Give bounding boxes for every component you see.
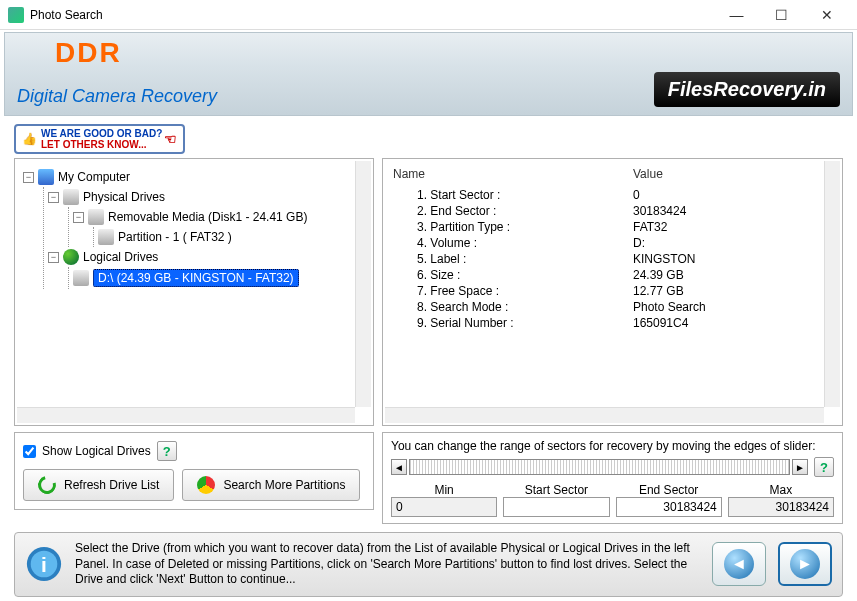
vertical-scrollbar[interactable] <box>824 161 840 407</box>
info-icon: i <box>25 545 63 583</box>
app-header: DDR Digital Camera Recovery FilesRecover… <box>4 32 853 116</box>
show-logical-checkbox[interactable] <box>23 445 36 458</box>
max-input <box>728 497 834 517</box>
prop-name: 3. Partition Type : <box>417 220 633 234</box>
footer-text: Select the Drive (from which you want to… <box>75 541 700 588</box>
drive-icon <box>88 209 104 225</box>
prop-value: 12.77 GB <box>633 284 684 298</box>
refresh-button[interactable]: Refresh Drive List <box>23 469 174 501</box>
drive-icon <box>73 270 89 286</box>
thumb-up-icon: 👍 <box>22 132 37 146</box>
show-logical-label: Show Logical Drives <box>42 444 151 458</box>
start-label: Start Sector <box>503 483 609 497</box>
svg-text:i: i <box>41 553 47 576</box>
refresh-label: Refresh Drive List <box>64 478 159 492</box>
pie-icon <box>197 476 215 494</box>
start-sector-input[interactable] <box>503 497 609 517</box>
collapse-icon[interactable]: − <box>48 192 59 203</box>
prop-value: 165091C4 <box>633 316 688 330</box>
minimize-button[interactable]: ― <box>714 0 759 30</box>
refresh-icon <box>35 473 60 498</box>
tree-label: Removable Media (Disk1 - 24.41 GB) <box>108 210 307 224</box>
prop-name: 4. Volume : <box>417 236 633 250</box>
search-more-label: Search More Partitions <box>223 478 345 492</box>
brand-badge: FilesRecovery.in <box>654 72 840 107</box>
prop-name: 5. Label : <box>417 252 633 266</box>
prop-value: FAT32 <box>633 220 667 234</box>
slider-left-arrow[interactable]: ◄ <box>391 459 407 475</box>
tree-selected-drive[interactable]: D:\ (24.39 GB - KINGSTON - FAT32) <box>73 267 365 289</box>
prop-value: Photo Search <box>633 300 706 314</box>
col-value: Value <box>633 167 663 181</box>
prop-name: 6. Size : <box>417 268 633 282</box>
tree-physical[interactable]: − Physical Drives <box>48 187 365 207</box>
property-row: 2. End Sector :30183424 <box>393 203 832 219</box>
property-row: 7. Free Space :12.77 GB <box>393 283 832 299</box>
tree-partition[interactable]: Partition - 1 ( FAT32 ) <box>98 227 365 247</box>
app-icon <box>8 7 24 23</box>
window-title: Photo Search <box>30 8 714 22</box>
tree-label: D:\ (24.39 GB - KINGSTON - FAT32) <box>93 269 299 287</box>
hand-point-icon: ☜ <box>164 131 177 147</box>
maximize-button[interactable]: ☐ <box>759 0 804 30</box>
property-row: 9. Serial Number :165091C4 <box>393 315 832 331</box>
prop-name: 9. Serial Number : <box>417 316 633 330</box>
search-more-button[interactable]: Search More Partitions <box>182 469 360 501</box>
property-row: 3. Partition Type :FAT32 <box>393 219 832 235</box>
drive-icon <box>98 229 114 245</box>
property-row: 1. Start Sector :0 <box>393 187 832 203</box>
prop-value: 30183424 <box>633 204 686 218</box>
close-button[interactable]: ✕ <box>804 0 849 30</box>
footer-bar: i Select the Drive (from which you want … <box>14 532 843 597</box>
drive-icon <box>63 189 79 205</box>
prop-value: 24.39 GB <box>633 268 684 282</box>
arrow-left-icon: ◄ <box>724 549 754 579</box>
titlebar: Photo Search ― ☐ ✕ <box>0 0 857 30</box>
arrow-right-icon: ► <box>790 549 820 579</box>
max-label: Max <box>728 483 834 497</box>
tree-label: Partition - 1 ( FAT32 ) <box>118 230 232 244</box>
end-label: End Sector <box>616 483 722 497</box>
drive-tree[interactable]: − My Computer − Physical Drives − Remova… <box>14 158 374 426</box>
prop-value: KINGSTON <box>633 252 695 266</box>
options-panel: Show Logical Drives ? Refresh Drive List… <box>14 432 374 510</box>
feedback-line1: WE ARE GOOD OR BAD? <box>41 128 162 139</box>
computer-icon <box>38 169 54 185</box>
property-row: 8. Search Mode :Photo Search <box>393 299 832 315</box>
prop-name: 2. End Sector : <box>417 204 633 218</box>
tree-label: Physical Drives <box>83 190 165 204</box>
collapse-icon[interactable]: − <box>73 212 84 223</box>
tree-logical[interactable]: − Logical Drives <box>48 247 365 267</box>
min-input <box>391 497 497 517</box>
properties-panel: Name Value 1. Start Sector :02. End Sect… <box>382 158 843 426</box>
sector-slider[interactable] <box>409 459 790 475</box>
prop-name: 7. Free Space : <box>417 284 633 298</box>
next-button[interactable]: ► <box>778 542 832 586</box>
collapse-icon[interactable]: − <box>23 172 34 183</box>
horizontal-scrollbar[interactable] <box>385 407 824 423</box>
vertical-scrollbar[interactable] <box>355 161 371 407</box>
back-button[interactable]: ◄ <box>712 542 766 586</box>
horizontal-scrollbar[interactable] <box>17 407 355 423</box>
slider-right-arrow[interactable]: ► <box>792 459 808 475</box>
property-row: 6. Size :24.39 GB <box>393 267 832 283</box>
help-button[interactable]: ? <box>157 441 177 461</box>
property-row: 5. Label :KINGSTON <box>393 251 832 267</box>
range-panel: You can change the range of sectors for … <box>382 432 843 524</box>
header-subtitle: Digital Camera Recovery <box>17 86 217 107</box>
range-text: You can change the range of sectors for … <box>391 439 834 453</box>
property-row: 4. Volume :D: <box>393 235 832 251</box>
help-button[interactable]: ? <box>814 457 834 477</box>
prop-value: D: <box>633 236 645 250</box>
collapse-icon[interactable]: − <box>48 252 59 263</box>
feedback-button[interactable]: 👍 WE ARE GOOD OR BAD? LET OTHERS KNOW...… <box>14 124 185 154</box>
prop-value: 0 <box>633 188 640 202</box>
tree-label: My Computer <box>58 170 130 184</box>
globe-icon <box>63 249 79 265</box>
prop-name: 8. Search Mode : <box>417 300 633 314</box>
feedback-line2: LET OTHERS KNOW... <box>41 139 147 150</box>
tree-removable[interactable]: − Removable Media (Disk1 - 24.41 GB) <box>73 207 365 227</box>
tree-label: Logical Drives <box>83 250 158 264</box>
tree-root[interactable]: − My Computer <box>23 167 365 187</box>
end-sector-input[interactable] <box>616 497 722 517</box>
